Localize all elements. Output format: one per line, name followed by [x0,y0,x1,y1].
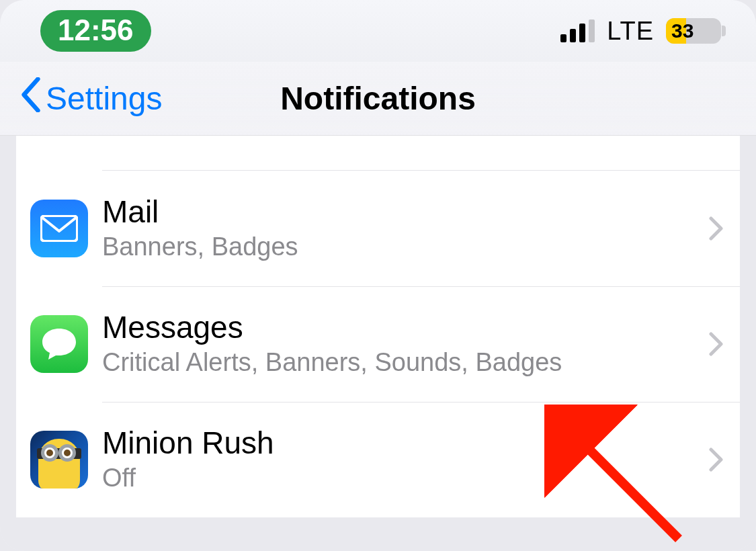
list-row-partial [102,136,740,171]
app-detail: Banners, Badges [102,232,701,262]
battery-percent: 33 [666,19,694,42]
app-name: Mail [102,195,701,229]
chevron-left-icon [19,77,43,120]
back-button[interactable]: Settings [19,77,162,120]
status-bar: 12:56 LTE 33 [0,0,756,62]
messages-icon [30,315,88,373]
mail-icon [30,200,88,257]
status-time: 12:56 [58,13,134,46]
content-area: Mail Banners, Badges Messages Critical A… [0,136,756,551]
status-right: LTE 33 [560,17,721,46]
app-row-text: Messages Critical Alerts, Banners, Sound… [102,310,701,378]
notification-app-list: Mail Banners, Badges Messages Critical A… [16,136,740,517]
back-label: Settings [46,80,162,117]
app-icon-wrap [16,315,102,373]
network-type-label: LTE [607,17,654,46]
screen: 12:56 LTE 33 Settings Notifications [0,0,756,551]
chevron-right-icon [709,448,724,472]
app-detail: Off [102,464,701,493]
app-name: Minion Rush [102,426,701,460]
app-row-text: Minion Rush Off [102,426,701,493]
status-time-pill[interactable]: 12:56 [40,10,151,52]
chevron-right-icon [709,216,724,241]
app-icon-wrap [16,431,102,489]
app-detail: Critical Alerts, Banners, Sounds, Badges [102,348,701,378]
minion-rush-icon [30,431,88,489]
app-row-text: Mail Banners, Badges [102,195,701,262]
chevron-right-icon [709,332,724,356]
app-row-mail[interactable]: Mail Banners, Badges [16,171,740,286]
app-icon-wrap [16,200,102,257]
app-row-minion-rush[interactable]: Minion Rush Off [16,402,740,517]
app-row-messages[interactable]: Messages Critical Alerts, Banners, Sound… [16,286,740,402]
battery-icon: 33 [666,18,721,44]
cellular-signal-icon [560,19,595,42]
navigation-bar: Settings Notifications [0,62,756,136]
app-name: Messages [102,310,701,345]
